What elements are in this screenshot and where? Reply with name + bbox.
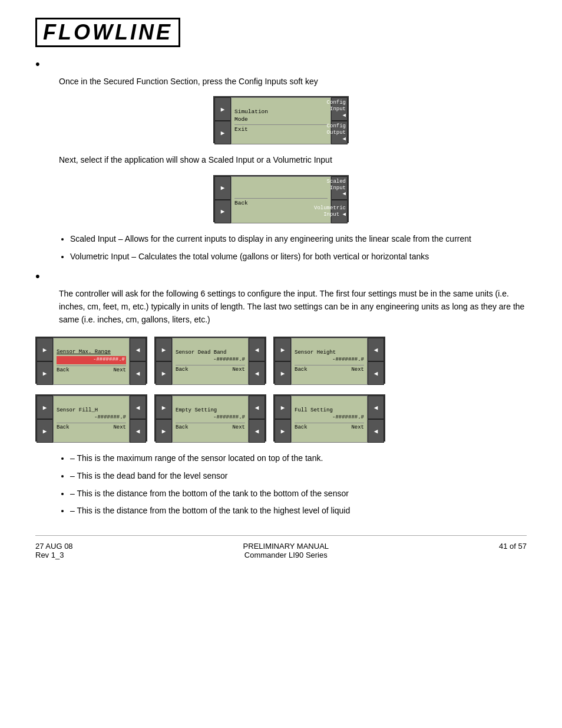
- footer-rev: Rev 1_3: [35, 551, 73, 559]
- btn-sfh-r1l[interactable]: ▶: [37, 396, 53, 419]
- es-back: Back: [176, 424, 189, 431]
- panel-sensor-height: ▶ Sensor Height -#######.# Back Next ◀ ▶…: [273, 337, 385, 384]
- para-2: Next, select if the application will sho…: [59, 154, 527, 167]
- btn-config-output[interactable]: ConfigOutput ◀: [331, 121, 348, 144]
- screen-fs: Full Setting -#######.# Back Next: [291, 396, 368, 443]
- bullet-list-2-item-3: – This is the distance from the bottom o…: [70, 505, 527, 518]
- footer-left: 27 AUG 08 Rev 1_3: [35, 542, 73, 559]
- btn-sfh-r1r[interactable]: ◀: [130, 396, 146, 419]
- screen-es: Empty Setting -#######.# Back Next: [172, 396, 249, 443]
- btn-fs-r2l[interactable]: ▶: [275, 419, 291, 443]
- btn-config-input[interactable]: ConfigInput ◀: [331, 97, 348, 121]
- footer-subtitle: Commander LI90 Series: [243, 551, 329, 559]
- bullet-1: •: [35, 59, 527, 72]
- btn-es-r2l[interactable]: ▶: [156, 419, 172, 443]
- panel-config-input: ▶ Simulation Mode Exit ConfigInput ◀ ▶ C…: [213, 96, 349, 143]
- btn-sdb-r2l[interactable]: ▶: [156, 361, 172, 385]
- screen-config: Simulation Mode Exit: [231, 97, 331, 144]
- panel-full-setting: ▶ Full Setting -#######.# Back Next ◀ ▶ …: [273, 394, 385, 442]
- btn-sh-r1r[interactable]: ◀: [368, 338, 384, 361]
- btn-es-r2r[interactable]: ◀: [249, 419, 265, 443]
- panel-scaled-vol: ▶ Back ScaledInput ◀ ▶ VolumetricInput ◀: [213, 175, 349, 222]
- fs-back: Back: [295, 424, 308, 431]
- panels-row-2: ▶ Sensor Fill_H -#######.# Back Next ◀ ▶…: [35, 394, 527, 442]
- logo: FLOWLINE: [35, 18, 180, 47]
- smr-back: Back: [57, 367, 70, 374]
- screen-smr: Sensor Max. Range -#######.# Back Next: [53, 338, 130, 385]
- footer-title: PRELIMINARY MANUAL: [243, 542, 329, 551]
- screen-sim-mode: Simulation: [234, 108, 328, 116]
- panels-row-1: ▶ Sensor Max. Range -#######.# Back Next…: [35, 337, 527, 384]
- fs-next: Next: [351, 424, 364, 431]
- sh-label: Sensor Height: [295, 350, 364, 357]
- screen-empty-top: [234, 192, 328, 197]
- screen-sfh: Sensor Fill_H -#######.# Back Next: [53, 396, 130, 443]
- sdb-next: Next: [232, 367, 245, 374]
- screen-sh: Sensor Height -#######.# Back Next: [291, 338, 368, 385]
- screen-sim-mode2: Mode: [234, 116, 328, 123]
- bullet-list-1: Scaled Input – Allows for the current in…: [68, 233, 527, 263]
- section-2: Next, select if the application will sho…: [35, 154, 527, 222]
- para-3: The controller will ask for the followin…: [59, 288, 527, 326]
- es-next: Next: [232, 424, 245, 431]
- section-1: • Once in the Secured Function Section, …: [35, 59, 527, 144]
- screen-exit: Exit: [234, 126, 328, 133]
- sdb-back: Back: [176, 367, 189, 374]
- logo-area: FLOWLINE: [35, 18, 527, 47]
- btn-sdb-r1l[interactable]: ▶: [156, 338, 172, 361]
- btn-sv-row2-left[interactable]: ▶: [214, 200, 231, 223]
- btn-row1-left[interactable]: ▶: [214, 97, 231, 121]
- section-3: • The controller will ask for the follow…: [35, 271, 527, 326]
- btn-es-r1l[interactable]: ▶: [156, 396, 172, 419]
- sh-next: Next: [351, 367, 364, 374]
- smr-next: Next: [113, 367, 126, 374]
- sfh-label: Sensor Fill_H: [57, 407, 126, 414]
- panel-scaled-vol-container: ▶ Back ScaledInput ◀ ▶ VolumetricInput ◀: [35, 175, 527, 222]
- btn-fs-r1r[interactable]: ◀: [368, 396, 384, 419]
- btn-sfh-r2l[interactable]: ▶: [37, 419, 53, 443]
- panel-sensor-fill-h: ▶ Sensor Fill_H -#######.# Back Next ◀ ▶…: [35, 394, 147, 442]
- sfh-back: Back: [57, 424, 70, 431]
- sfh-value: -#######.#: [57, 414, 126, 421]
- btn-sh-r1l[interactable]: ▶: [275, 338, 291, 361]
- panel-sensor-max-range: ▶ Sensor Max. Range -#######.# Back Next…: [35, 337, 147, 384]
- btn-sdb-r1r[interactable]: ◀: [249, 338, 265, 361]
- sdb-value: -#######.#: [176, 357, 245, 364]
- footer-date: 27 AUG 08: [35, 542, 73, 551]
- sfh-next: Next: [113, 424, 126, 431]
- panel-config-input-container: ▶ Simulation Mode Exit ConfigInput ◀ ▶ C…: [35, 96, 527, 143]
- btn-smr-r1r[interactable]: ◀: [130, 338, 146, 361]
- bullet-list-1-item-0: Scaled Input – Allows for the current in…: [70, 233, 527, 246]
- btn-sh-r2r[interactable]: ◀: [368, 361, 384, 385]
- btn-sh-r2l[interactable]: ▶: [275, 361, 291, 385]
- bullet-list-2-item-1: – This is the dead band for the level se…: [70, 470, 527, 483]
- bullet-3: •: [35, 271, 527, 284]
- btn-row2-left[interactable]: ▶: [214, 121, 231, 144]
- btn-smr-r2r[interactable]: ◀: [130, 361, 146, 385]
- bullet-list-1-item-1: Volumetric Input – Calculates the total …: [70, 251, 527, 263]
- btn-smr-r2l[interactable]: ▶: [37, 361, 53, 385]
- sdb-label: Sensor Dead Band: [176, 350, 245, 357]
- sh-value: -#######.#: [295, 357, 364, 364]
- btn-scaled-input[interactable]: ScaledInput ◀: [331, 176, 348, 200]
- btn-sv-row1-left[interactable]: ▶: [214, 176, 231, 200]
- panel-sensor-dead-band: ▶ Sensor Dead Band -#######.# Back Next …: [154, 337, 266, 384]
- btn-fs-r2r[interactable]: ◀: [368, 419, 384, 443]
- smr-value: -#######.#: [57, 356, 126, 364]
- screen-sdb: Sensor Dead Band -#######.# Back Next: [172, 338, 249, 385]
- btn-es-r1r[interactable]: ◀: [249, 396, 265, 419]
- btn-sfh-r2r[interactable]: ◀: [130, 419, 146, 443]
- btn-sdb-r2r[interactable]: ◀: [249, 361, 265, 385]
- footer-center: PRELIMINARY MANUAL Commander LI90 Series: [243, 542, 329, 559]
- footer-page: 41 of 57: [499, 542, 527, 559]
- fs-label: Full Setting: [295, 407, 364, 414]
- btn-fs-r1l[interactable]: ▶: [275, 396, 291, 419]
- btn-smr-r1l[interactable]: ▶: [37, 338, 53, 361]
- es-label: Empty Setting: [176, 407, 245, 414]
- bullet-dot-1: •: [35, 57, 40, 72]
- smr-label: Sensor Max. Range: [57, 349, 126, 356]
- es-value: -#######.#: [176, 414, 245, 421]
- bullet-list-2: – This is the maximum range of the senso…: [68, 452, 527, 518]
- bullet-dot-3: •: [35, 269, 40, 284]
- btn-volumetric-input[interactable]: VolumetricInput ◀: [331, 200, 348, 223]
